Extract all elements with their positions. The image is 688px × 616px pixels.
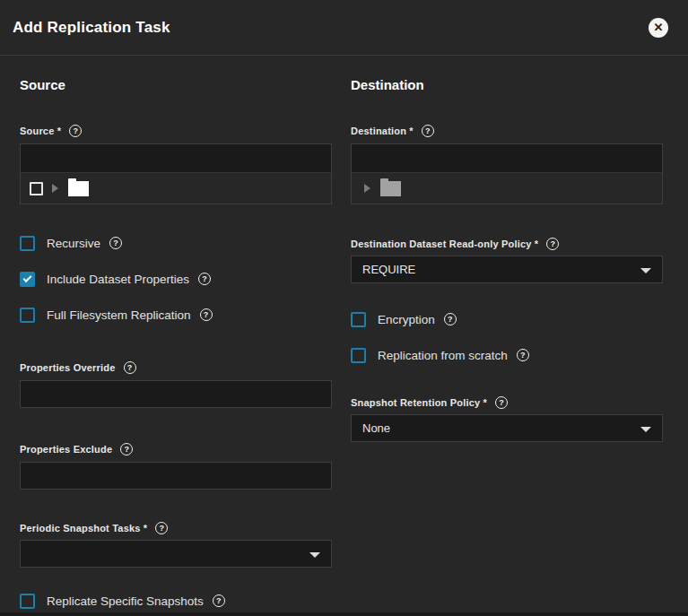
replicate-specific-snapshots-label: Replicate Specific Snapshots	[47, 594, 204, 608]
recursive-label: Recursive	[47, 237, 100, 250]
readonly-policy-help-icon[interactable]: ?	[546, 238, 559, 250]
readonly-policy-value: REQUIRE	[362, 263, 415, 276]
source-column: Source Source * ? Recursive ? Include Da…	[20, 56, 332, 609]
full-filesystem-replication-label: Full Filesystem Replication	[47, 308, 191, 322]
close-button[interactable]: ✕	[649, 18, 668, 38]
destination-tree-explorer	[351, 143, 663, 204]
dialog-header: Add Replication Task ✕	[0, 0, 688, 56]
properties-override-help-icon[interactable]: ?	[124, 361, 136, 374]
close-icon: ✕	[654, 22, 664, 33]
dialog-body: Source Source * ? Recursive ? Include Da…	[0, 56, 688, 609]
periodic-snapshot-tasks-help-icon[interactable]: ?	[155, 522, 168, 534]
source-help-icon[interactable]: ?	[69, 125, 82, 137]
properties-exclude-help-icon[interactable]: ?	[120, 443, 133, 455]
source-folder-icon	[68, 181, 89, 196]
full-filesystem-replication-help-icon[interactable]: ?	[200, 308, 213, 321]
chevron-down-icon	[640, 268, 651, 273]
periodic-snapshot-tasks-label: Periodic Snapshot Tasks *	[20, 523, 147, 534]
snapshot-retention-policy-help-icon[interactable]: ?	[495, 396, 508, 409]
dialog-title: Add Replication Task	[13, 19, 170, 37]
source-field-label: Source *	[20, 126, 61, 136]
replication-from-scratch-help-icon[interactable]: ?	[517, 349, 529, 361]
destination-tree-root-row[interactable]	[352, 173, 662, 204]
source-tree-checkbox[interactable]	[30, 182, 43, 195]
replicate-specific-snapshots-checkbox[interactable]	[20, 594, 35, 609]
replication-from-scratch-label: Replication from scratch	[378, 349, 508, 362]
snapshot-retention-policy-label: Snapshot Retention Policy *	[351, 397, 487, 408]
destination-tree-expand-arrow-icon[interactable]	[364, 184, 370, 193]
include-dataset-properties-checkbox[interactable]	[20, 272, 35, 287]
snapshot-retention-policy-value: None	[362, 421, 390, 435]
destination-tree-filter-input[interactable]	[352, 144, 662, 173]
destination-section-heading: Destination	[351, 77, 663, 92]
readonly-policy-select[interactable]: REQUIRE	[351, 256, 663, 283]
include-dataset-properties-help-icon[interactable]: ?	[198, 273, 211, 285]
encryption-help-icon[interactable]: ?	[444, 313, 457, 325]
replication-from-scratch-checkbox[interactable]	[351, 348, 366, 363]
destination-help-icon[interactable]: ?	[422, 125, 434, 137]
recursive-checkbox[interactable]	[20, 236, 35, 251]
encryption-checkbox[interactable]	[351, 312, 366, 327]
source-section-heading: Source	[20, 77, 332, 92]
chevron-down-icon	[309, 552, 320, 558]
destination-folder-icon	[380, 181, 401, 196]
destination-column: Destination Destination * ? Destination …	[351, 56, 663, 609]
dialog-bottom-edge	[0, 612, 688, 616]
source-tree-filter-input[interactable]	[21, 144, 331, 173]
properties-exclude-input[interactable]	[20, 462, 332, 490]
properties-exclude-label: Properties Exclude	[20, 444, 112, 455]
full-filesystem-replication-checkbox[interactable]	[20, 308, 35, 323]
properties-override-label: Properties Override	[20, 362, 116, 373]
chevron-down-icon	[640, 427, 651, 432]
encryption-label: Encryption	[378, 313, 435, 326]
source-tree-explorer	[20, 143, 332, 204]
include-dataset-properties-label: Include Dataset Properties	[47, 273, 189, 286]
source-tree-expand-arrow-icon[interactable]	[52, 184, 58, 193]
replicate-specific-snapshots-help-icon[interactable]: ?	[213, 594, 225, 607]
destination-field-label: Destination *	[351, 126, 414, 136]
periodic-snapshot-tasks-select[interactable]	[20, 540, 332, 568]
readonly-policy-label: Destination Dataset Read-only Policy *	[351, 239, 538, 249]
source-tree-root-row[interactable]	[21, 173, 331, 204]
snapshot-retention-policy-select[interactable]: None	[351, 414, 663, 442]
properties-override-input[interactable]	[20, 380, 332, 408]
recursive-help-icon[interactable]: ?	[109, 237, 122, 249]
